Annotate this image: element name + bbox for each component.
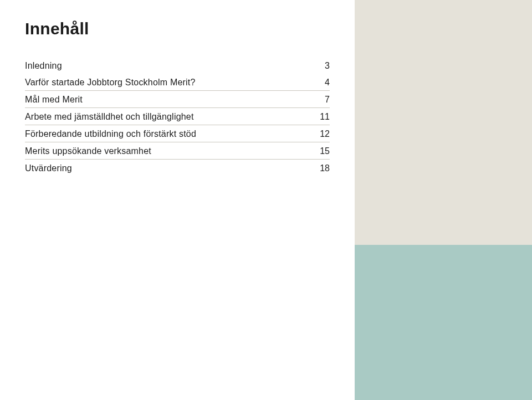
toc-page-number: 4 xyxy=(316,78,330,88)
toc-label: Förberedande utbildning och förstärkt st… xyxy=(25,129,310,139)
toc-label: Arbete med jämställdhet och tillgängligh… xyxy=(25,112,310,122)
content-page: Innehåll Inledning 3 Varför startade Job… xyxy=(0,0,355,400)
page-title: Innehåll xyxy=(25,19,330,38)
toc-page-number: 12 xyxy=(316,129,330,139)
toc-label: Utvärdering xyxy=(25,163,310,173)
toc-page-number: 3 xyxy=(316,61,330,71)
toc-label: Mål med Merit xyxy=(25,95,310,105)
toc-page-number: 18 xyxy=(316,163,330,173)
toc-row: Utvärdering 18 xyxy=(25,160,330,176)
toc-label: Inledning xyxy=(25,61,310,71)
table-of-contents: Inledning 3 Varför startade Jobbtorg Sto… xyxy=(25,57,330,176)
toc-page-number: 7 xyxy=(316,95,330,105)
toc-row: Arbete med jämställdhet och tillgängligh… xyxy=(25,108,330,125)
toc-label: Merits uppsökande verksamhet xyxy=(25,146,310,156)
toc-page-number: 15 xyxy=(316,146,330,156)
toc-row: Merits uppsökande verksamhet 15 xyxy=(25,142,330,160)
toc-page-number: 11 xyxy=(316,112,330,122)
toc-row: Inledning 3 xyxy=(25,57,330,74)
toc-row: Mål med Merit 7 xyxy=(25,91,330,108)
toc-label: Varför startade Jobbtorg Stockholm Merit… xyxy=(25,78,310,88)
toc-row: Förberedande utbildning och förstärkt st… xyxy=(25,125,330,142)
toc-row: Varför startade Jobbtorg Stockholm Merit… xyxy=(25,74,330,91)
decorative-block xyxy=(355,245,532,400)
